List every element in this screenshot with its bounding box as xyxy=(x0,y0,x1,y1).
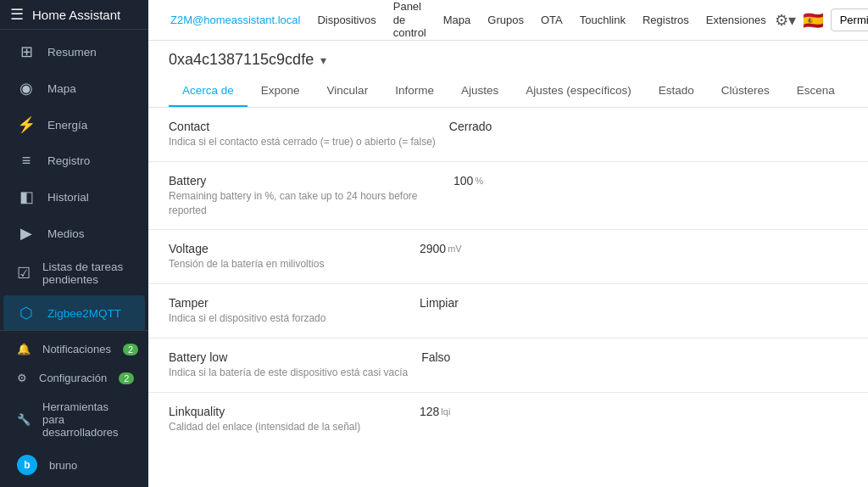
sidebar-item-mapa[interactable]: ◉ Mapa xyxy=(3,70,145,106)
sidebar-item-medios[interactable]: ▶ Medios xyxy=(3,216,145,251)
permit-join-label: Permitir unirse desde (Coordinator) xyxy=(840,14,868,26)
label-col-voltage: Voltage Tensión de la batería en milivol… xyxy=(169,242,406,271)
energia-icon: ⚡ xyxy=(17,115,36,134)
tab-ajustes-especificos[interactable]: Ajustes (específicos) xyxy=(512,76,645,107)
sidebar-nav: ⊞ Resumen ◉ Mapa ⚡ Energía ≡ Registro ◧ … xyxy=(0,30,148,330)
app-title: Home Assistant xyxy=(32,8,120,22)
topbar-link-dispositivos[interactable]: Dispositivos xyxy=(309,14,384,26)
device-tabs: Acerca deExponeVincularInformeAjustesAju… xyxy=(169,76,848,107)
sidebar-label-notificaciones: Notificaciones xyxy=(42,343,111,355)
table-row-battery-low: Battery low Indica si la batería de este… xyxy=(148,339,868,393)
sidebar-item-historial[interactable]: ◧ Historial xyxy=(3,179,145,215)
field-value-contact: Cerrado xyxy=(449,120,494,133)
field-name-linkquality: Linkquality xyxy=(169,405,406,418)
topbar-link-grupos[interactable]: Grupos xyxy=(479,14,532,26)
field-unit-linkquality: lqi xyxy=(441,406,450,417)
device-id: 0xa4c1387115c9cdfe xyxy=(169,51,314,69)
field-desc-linkquality: Calidad del enlace (intensidad de la señ… xyxy=(169,420,406,434)
tab-expone[interactable]: Expone xyxy=(248,76,314,107)
tab-vincular[interactable]: Vincular xyxy=(314,76,382,107)
field-value-battery-low: Falso xyxy=(421,350,452,364)
field-unit-voltage: mV xyxy=(448,244,462,254)
field-name-contact: Contact xyxy=(169,120,436,133)
sidebar-item-registro[interactable]: ≡ Registro xyxy=(3,143,145,178)
menu-icon[interactable]: ☰ xyxy=(10,5,24,24)
registro-icon: ≡ xyxy=(17,152,36,170)
topbar-link-panel-control[interactable]: Paneldecontrol xyxy=(385,0,435,40)
tab-ajustes[interactable]: Ajustes xyxy=(448,76,512,107)
topbar-nav: Z2M@homeassistant.local Dispositivos Pan… xyxy=(162,0,775,40)
table-row-contact: Contact Indica si el contacto está cerra… xyxy=(148,108,868,162)
content-area: Contact Indica si el contacto está cerra… xyxy=(148,108,868,487)
table-row-voltage: Voltage Tensión de la batería en milivol… xyxy=(148,230,868,284)
sidebar-label-medios: Medios xyxy=(47,227,85,240)
sidebar-item-configuracion[interactable]: ⚙ Configuración 2 xyxy=(3,364,145,392)
sidebar-label-energia: Energía xyxy=(47,119,87,132)
listas-icon: ☑ xyxy=(17,264,31,283)
tab-estado[interactable]: Estado xyxy=(645,76,708,107)
sidebar-label-historial: Historial xyxy=(47,191,89,204)
label-col-battery-low: Battery low Indica si la batería de este… xyxy=(169,350,408,380)
topbar: Z2M@homeassistant.local Dispositivos Pan… xyxy=(148,0,868,41)
tab-escena[interactable]: Escena xyxy=(783,76,848,107)
tab-clusteres[interactable]: Clústeres xyxy=(708,76,783,107)
topbar-link-mapa[interactable]: Mapa xyxy=(435,14,480,26)
sidebar-item-user[interactable]: b bruno xyxy=(3,447,145,483)
field-value-battery: 100 % xyxy=(453,174,483,188)
field-name-tamper: Tamper xyxy=(169,296,406,310)
field-name-voltage: Voltage xyxy=(169,242,406,255)
label-col-battery: Battery Remaining battery in %, can take… xyxy=(169,174,440,218)
field-desc-voltage: Tensión de la batería en milivoltios xyxy=(169,257,406,271)
medios-icon: ▶ xyxy=(17,224,36,243)
field-unit-battery: % xyxy=(475,176,483,186)
device-dropdown-icon[interactable]: ▾ xyxy=(320,53,326,67)
sidebar-item-zigbee2mqtt[interactable]: ⬡ Zigbee2MQTT xyxy=(3,295,145,330)
sidebar-header: ☰ Home Assistant xyxy=(0,0,148,30)
sidebar-item-energia[interactable]: ⚡ Energía xyxy=(3,107,145,143)
topbar-link-registros[interactable]: Registros xyxy=(634,14,698,26)
permit-join-button[interactable]: Permitir unirse desde (Coordinator) ▾ xyxy=(831,8,868,31)
sidebar-item-herramientas[interactable]: 🔧 Herramientas para desarrolladores xyxy=(3,393,145,446)
device-header: 0xa4c1387115c9cdfe ▾ Acerca deExponeVinc… xyxy=(148,41,868,108)
table-row-linkquality: Linkquality Calidad del enlace (intensid… xyxy=(148,393,868,446)
field-value-linkquality: 128 lqi xyxy=(420,405,450,418)
herramientas-icon: 🔧 xyxy=(17,413,31,426)
configuracion-badge: 2 xyxy=(119,372,134,384)
table-row-battery: Battery Remaining battery in %, can take… xyxy=(148,162,868,231)
language-flag[interactable]: 🇪🇸 xyxy=(803,10,824,31)
notificaciones-badge: 2 xyxy=(123,344,138,355)
data-rows-container: Contact Indica si el contacto está cerra… xyxy=(148,108,868,446)
sidebar: ☰ Home Assistant ⊞ Resumen ◉ Mapa ⚡ Ener… xyxy=(0,0,148,487)
zigbee2mqtt-icon: ⬡ xyxy=(17,304,36,322)
sidebar-item-notificaciones[interactable]: 🔔 Notificaciones 2 xyxy=(3,335,145,363)
notificaciones-icon: 🔔 xyxy=(17,343,31,355)
settings-button[interactable]: ⚙▾ xyxy=(775,11,796,30)
topbar-link-touchlink[interactable]: Touchlink xyxy=(571,14,634,26)
sidebar-label-registro: Registro xyxy=(47,154,90,167)
sidebar-item-resumen[interactable]: ⊞ Resumen xyxy=(3,34,145,70)
field-value-tamper: Limpiar xyxy=(420,296,460,310)
topbar-link-extensiones[interactable]: Extensiones xyxy=(698,14,775,26)
sidebar-label-mapa: Mapa xyxy=(47,82,76,95)
username-label: bruno xyxy=(49,459,77,472)
main-area: Z2M@homeassistant.local Dispositivos Pan… xyxy=(148,0,868,487)
tab-acerca-de[interactable]: Acerca de xyxy=(169,76,248,107)
resumen-icon: ⊞ xyxy=(17,42,36,61)
field-desc-battery: Remaining battery in %, can take up to 2… xyxy=(169,189,440,218)
label-col-linkquality: Linkquality Calidad del enlace (intensid… xyxy=(169,405,406,434)
topbar-right: ⚙▾ 🇪🇸 Permitir unirse desde (Coordinator… xyxy=(775,8,868,31)
field-desc-battery-low: Indica si la batería de este dispositivo… xyxy=(169,366,408,380)
sidebar-item-listas[interactable]: ☑ Listas de tareas pendientes xyxy=(3,252,145,294)
field-desc-contact: Indica si el contacto está cerrado (= tr… xyxy=(169,135,436,149)
label-col-tamper: Tamper Indica si el dispositivo está for… xyxy=(169,296,406,326)
table-row-tamper: Tamper Indica si el dispositivo está for… xyxy=(148,284,868,339)
avatar: b xyxy=(17,455,37,475)
topbar-current-link[interactable]: Z2M@homeassistant.local xyxy=(162,14,309,26)
field-value-voltage: 2900 mV xyxy=(420,242,462,255)
tab-informe[interactable]: Informe xyxy=(381,76,448,107)
sidebar-label-zigbee2mqtt: Zigbee2MQTT xyxy=(47,307,121,320)
label-col-contact: Contact Indica si el contacto está cerra… xyxy=(169,120,436,149)
field-desc-tamper: Indica si el dispositivo está forzado xyxy=(169,311,406,326)
topbar-link-ota[interactable]: OTA xyxy=(532,14,571,26)
sidebar-label-listas: Listas de tareas pendientes xyxy=(42,260,131,286)
